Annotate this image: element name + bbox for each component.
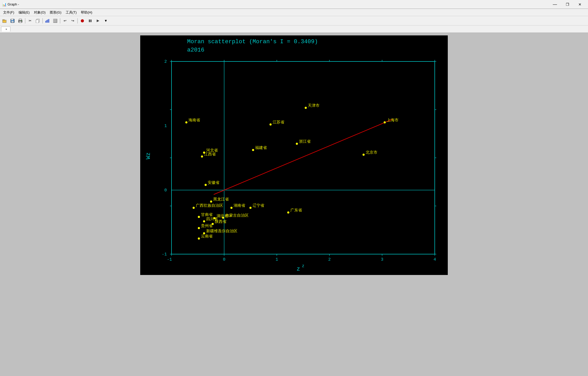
toolbar-sep-2 — [42, 18, 43, 23]
svg-point-72 — [252, 149, 254, 151]
svg-rect-7 — [19, 21, 22, 23]
svg-rect-1 — [3, 20, 4, 20]
toolbar: ✂ ↩ ↪ ▼ — [0, 16, 588, 26]
svg-point-68 — [296, 143, 298, 145]
toolbar-play-dropdown[interactable]: ▼ — [102, 17, 109, 24]
svg-point-92 — [198, 216, 200, 218]
svg-text:甘南省: 甘南省 — [201, 212, 213, 217]
chart-svg: -1 0 1 2 3 4 2 1 0 -1 — [156, 56, 443, 270]
toolbar-chart[interactable] — [44, 17, 51, 24]
svg-point-102 — [198, 237, 200, 240]
x-axis-label: z — [297, 266, 300, 272]
toolbar-pause[interactable] — [87, 17, 94, 24]
svg-rect-12 — [46, 20, 47, 23]
chart-subtitle: a2016 — [187, 47, 204, 53]
svg-point-94 — [203, 220, 205, 222]
tab-close[interactable]: × — [5, 28, 7, 31]
svg-text:天津市: 天津市 — [308, 103, 320, 108]
svg-text:2: 2 — [164, 59, 167, 64]
menu-file[interactable]: 文件(F) — [1, 9, 16, 16]
svg-text:云南省: 云南省 — [201, 234, 213, 238]
svg-text:1: 1 — [275, 257, 278, 262]
close-button[interactable]: ✕ — [574, 1, 586, 8]
toolbar-save[interactable] — [9, 17, 16, 24]
svg-text:-1: -1 — [162, 252, 167, 257]
menu-bar: 文件(F) 编辑(E) 对象(O) 图形(G) 工具(T) 帮助(H) — [0, 9, 588, 16]
svg-text:广东省: 广东省 — [290, 208, 302, 212]
svg-text:-1: -1 — [167, 257, 172, 262]
menu-graph[interactable]: 图形(G) — [48, 9, 64, 16]
toolbar-cut[interactable]: ✂ — [26, 17, 34, 24]
svg-text:上海市: 上海市 — [387, 118, 399, 122]
toolbar-copy[interactable] — [34, 17, 41, 24]
svg-point-64 — [363, 154, 365, 156]
svg-text:0: 0 — [223, 257, 225, 262]
svg-rect-8 — [21, 21, 22, 21]
svg-text:江苏省: 江苏省 — [273, 120, 284, 124]
svg-marker-25 — [97, 20, 99, 22]
svg-text:新疆维吾尔自治区: 新疆维吾尔自治区 — [206, 229, 237, 233]
graph-tab[interactable]: × — [1, 27, 10, 32]
svg-point-80 — [201, 155, 203, 158]
svg-rect-24 — [90, 20, 91, 22]
svg-line-61 — [214, 119, 393, 195]
app-title: Graph - — [8, 2, 19, 6]
svg-rect-10 — [36, 20, 39, 23]
svg-rect-4 — [11, 21, 14, 22]
svg-rect-23 — [89, 20, 90, 22]
toolbar-open[interactable] — [1, 17, 8, 24]
svg-rect-6 — [19, 19, 22, 20]
toolbar-undo[interactable]: ↩ — [61, 17, 69, 24]
svg-text:2: 2 — [328, 257, 331, 262]
svg-point-88 — [193, 207, 195, 209]
svg-text:陕西省: 陕西省 — [215, 219, 226, 224]
svg-point-66 — [305, 107, 307, 109]
svg-text:3: 3 — [381, 257, 383, 262]
svg-rect-14 — [48, 19, 49, 23]
graph-window: Moran scatterplot (Moran's I = 0.3409) a… — [140, 35, 448, 275]
svg-point-82 — [205, 184, 207, 186]
title-bar: 📊 Graph - — ❐ ✕ — [0, 0, 588, 9]
restore-button[interactable]: ❐ — [561, 1, 573, 8]
svg-text:贵州省: 贵州省 — [201, 223, 213, 228]
svg-rect-13 — [47, 20, 48, 23]
svg-text:z: z — [302, 264, 304, 268]
svg-point-106 — [212, 223, 214, 225]
svg-text:湖北省: 湖北省 — [217, 214, 228, 218]
svg-point-84 — [185, 121, 187, 123]
toolbar-sep-1 — [25, 18, 25, 23]
toolbar-redo[interactable]: ↪ — [69, 17, 76, 24]
menu-tools[interactable]: 工具(T) — [64, 9, 79, 16]
main-content: Moran scatterplot (Moran's I = 0.3409) a… — [0, 33, 588, 376]
svg-point-62 — [384, 121, 386, 123]
y-axis-label: Wz — [145, 152, 152, 159]
menu-help[interactable]: 帮助(H) — [79, 9, 94, 16]
toolbar-print[interactable] — [17, 17, 24, 24]
svg-text:安徽省: 安徽省 — [208, 180, 219, 185]
toolbar-sep-3 — [60, 18, 60, 23]
app-icon: 📊 — [2, 2, 7, 7]
menu-edit[interactable]: 编辑(E) — [16, 9, 32, 16]
svg-text:内蒙古自治区: 内蒙古自治区 — [225, 213, 249, 217]
toolbar-record[interactable] — [79, 17, 86, 24]
svg-point-98 — [198, 227, 200, 229]
toolbar-play[interactable] — [94, 17, 102, 24]
svg-text:黑龙江省: 黑龙江省 — [213, 197, 229, 201]
chart-title: Moran scatterplot (Moran's I = 0.3409) — [187, 39, 318, 45]
toolbar-sep-4 — [77, 18, 78, 23]
svg-point-86 — [210, 200, 212, 203]
toolbar-table[interactable] — [52, 17, 59, 24]
svg-point-104 — [213, 217, 216, 219]
svg-point-22 — [81, 19, 84, 22]
svg-text:4: 4 — [433, 257, 436, 262]
svg-point-76 — [249, 207, 252, 209]
svg-text:江西省: 江西省 — [204, 152, 216, 156]
minimize-button[interactable]: — — [549, 1, 561, 8]
svg-point-70 — [270, 123, 272, 126]
svg-text:浙江省: 浙江省 — [299, 139, 311, 143]
svg-text:0: 0 — [164, 188, 167, 193]
menu-object[interactable]: 对象(O) — [32, 9, 48, 16]
svg-text:广西壮族自治区: 广西壮族自治区 — [196, 203, 223, 208]
svg-text:福建省: 福建省 — [255, 145, 267, 150]
svg-point-90 — [230, 207, 232, 209]
